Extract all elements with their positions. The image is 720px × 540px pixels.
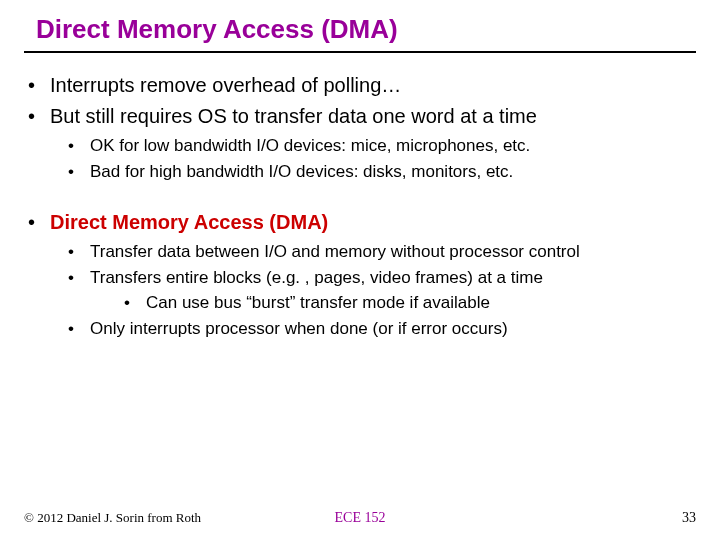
sub-bullet-item: Bad for high bandwidth I/O devices: disk… bbox=[62, 159, 696, 185]
sub-sub-bullet-item: Can use bus “burst” transfer mode if ava… bbox=[118, 290, 696, 316]
footer: © 2012 Daniel J. Sorin from Roth ECE 152… bbox=[0, 510, 720, 526]
sub-bullet-item: OK for low bandwidth I/O devices: mice, … bbox=[62, 133, 696, 159]
bullet-text: Transfers entire blocks (e.g. , pages, v… bbox=[90, 268, 543, 287]
sub-bullet-item: Transfer data between I/O and memory wit… bbox=[62, 239, 696, 265]
slide-title: Direct Memory Access (DMA) bbox=[24, 14, 696, 53]
bullet-text: Can use bus “burst” transfer mode if ava… bbox=[146, 293, 490, 312]
bullet-item: Interrupts remove overhead of polling… bbox=[24, 71, 696, 100]
sub-bullet-item: Transfers entire blocks (e.g. , pages, v… bbox=[62, 265, 696, 316]
sub-bullet-item: Only interrupts processor when done (or … bbox=[62, 316, 696, 342]
bullet-text: Transfer data between I/O and memory wit… bbox=[90, 242, 580, 261]
bullet-text: Interrupts remove overhead of polling… bbox=[50, 74, 401, 96]
slide: Direct Memory Access (DMA) Interrupts re… bbox=[0, 0, 720, 540]
sub-sub-bullet-list: Can use bus “burst” transfer mode if ava… bbox=[90, 290, 696, 316]
bullet-item: But still requires OS to transfer data o… bbox=[24, 102, 696, 184]
sub-bullet-list: OK for low bandwidth I/O devices: mice, … bbox=[50, 133, 696, 184]
bullet-text: Bad for high bandwidth I/O devices: disk… bbox=[90, 162, 513, 181]
footer-course: ECE 152 bbox=[335, 510, 386, 526]
bullet-text: OK for low bandwidth I/O devices: mice, … bbox=[90, 136, 530, 155]
bullet-text-emphasis: Direct Memory Access (DMA) bbox=[50, 211, 328, 233]
bullet-list: Direct Memory Access (DMA) Transfer data… bbox=[24, 208, 696, 341]
footer-page-number: 33 bbox=[682, 510, 696, 526]
spacer bbox=[24, 190, 696, 208]
sub-bullet-list: Transfer data between I/O and memory wit… bbox=[50, 239, 696, 341]
bullet-item: Direct Memory Access (DMA) Transfer data… bbox=[24, 208, 696, 341]
bullet-text: But still requires OS to transfer data o… bbox=[50, 105, 537, 127]
footer-copyright: © 2012 Daniel J. Sorin from Roth bbox=[24, 510, 201, 526]
bullet-list: Interrupts remove overhead of polling… B… bbox=[24, 71, 696, 184]
bullet-text: Only interrupts processor when done (or … bbox=[90, 319, 508, 338]
